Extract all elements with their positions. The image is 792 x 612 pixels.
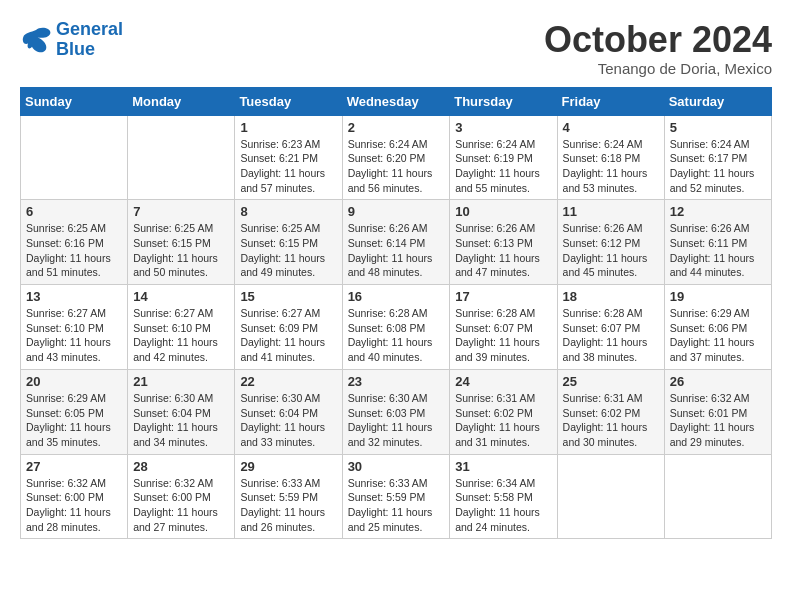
day-number: 4 [563, 120, 659, 135]
day-number: 27 [26, 459, 122, 474]
day-number: 18 [563, 289, 659, 304]
day-number: 16 [348, 289, 445, 304]
day-number: 30 [348, 459, 445, 474]
location-subtitle: Tenango de Doria, Mexico [544, 60, 772, 77]
calendar-cell: 8Sunrise: 6:25 AM Sunset: 6:15 PM Daylig… [235, 200, 342, 285]
calendar-cell: 20Sunrise: 6:29 AM Sunset: 6:05 PM Dayli… [21, 369, 128, 454]
day-number: 10 [455, 204, 551, 219]
day-number: 1 [240, 120, 336, 135]
day-info: Sunrise: 6:28 AM Sunset: 6:07 PM Dayligh… [455, 306, 551, 365]
calendar-cell: 5Sunrise: 6:24 AM Sunset: 6:17 PM Daylig… [664, 115, 771, 200]
day-info: Sunrise: 6:24 AM Sunset: 6:19 PM Dayligh… [455, 137, 551, 196]
calendar-cell: 31Sunrise: 6:34 AM Sunset: 5:58 PM Dayli… [450, 454, 557, 539]
day-number: 31 [455, 459, 551, 474]
calendar-cell: 23Sunrise: 6:30 AM Sunset: 6:03 PM Dayli… [342, 369, 450, 454]
logo: General Blue [20, 20, 123, 60]
day-number: 25 [563, 374, 659, 389]
calendar-table: SundayMondayTuesdayWednesdayThursdayFrid… [20, 87, 772, 540]
calendar-cell: 7Sunrise: 6:25 AM Sunset: 6:15 PM Daylig… [128, 200, 235, 285]
day-header-saturday: Saturday [664, 87, 771, 115]
calendar-cell: 6Sunrise: 6:25 AM Sunset: 6:16 PM Daylig… [21, 200, 128, 285]
day-number: 19 [670, 289, 766, 304]
logo-icon [20, 26, 52, 54]
calendar-cell: 14Sunrise: 6:27 AM Sunset: 6:10 PM Dayli… [128, 285, 235, 370]
day-info: Sunrise: 6:25 AM Sunset: 6:15 PM Dayligh… [240, 221, 336, 280]
day-info: Sunrise: 6:25 AM Sunset: 6:15 PM Dayligh… [133, 221, 229, 280]
day-info: Sunrise: 6:30 AM Sunset: 6:04 PM Dayligh… [133, 391, 229, 450]
day-header-monday: Monday [128, 87, 235, 115]
calendar-cell: 28Sunrise: 6:32 AM Sunset: 6:00 PM Dayli… [128, 454, 235, 539]
day-info: Sunrise: 6:26 AM Sunset: 6:11 PM Dayligh… [670, 221, 766, 280]
day-info: Sunrise: 6:29 AM Sunset: 6:06 PM Dayligh… [670, 306, 766, 365]
logo-text: General Blue [56, 20, 123, 60]
calendar-cell [128, 115, 235, 200]
day-number: 8 [240, 204, 336, 219]
day-info: Sunrise: 6:27 AM Sunset: 6:10 PM Dayligh… [26, 306, 122, 365]
day-info: Sunrise: 6:27 AM Sunset: 6:10 PM Dayligh… [133, 306, 229, 365]
day-number: 12 [670, 204, 766, 219]
calendar-cell: 27Sunrise: 6:32 AM Sunset: 6:00 PM Dayli… [21, 454, 128, 539]
day-info: Sunrise: 6:30 AM Sunset: 6:03 PM Dayligh… [348, 391, 445, 450]
day-info: Sunrise: 6:32 AM Sunset: 6:00 PM Dayligh… [133, 476, 229, 535]
calendar-cell [557, 454, 664, 539]
calendar-cell: 2Sunrise: 6:24 AM Sunset: 6:20 PM Daylig… [342, 115, 450, 200]
day-number: 7 [133, 204, 229, 219]
day-info: Sunrise: 6:23 AM Sunset: 6:21 PM Dayligh… [240, 137, 336, 196]
calendar-cell: 4Sunrise: 6:24 AM Sunset: 6:18 PM Daylig… [557, 115, 664, 200]
day-number: 28 [133, 459, 229, 474]
day-info: Sunrise: 6:24 AM Sunset: 6:18 PM Dayligh… [563, 137, 659, 196]
day-info: Sunrise: 6:31 AM Sunset: 6:02 PM Dayligh… [455, 391, 551, 450]
day-number: 15 [240, 289, 336, 304]
calendar-week-3: 13Sunrise: 6:27 AM Sunset: 6:10 PM Dayli… [21, 285, 772, 370]
calendar-week-2: 6Sunrise: 6:25 AM Sunset: 6:16 PM Daylig… [21, 200, 772, 285]
day-info: Sunrise: 6:34 AM Sunset: 5:58 PM Dayligh… [455, 476, 551, 535]
calendar-week-1: 1Sunrise: 6:23 AM Sunset: 6:21 PM Daylig… [21, 115, 772, 200]
day-info: Sunrise: 6:25 AM Sunset: 6:16 PM Dayligh… [26, 221, 122, 280]
day-header-wednesday: Wednesday [342, 87, 450, 115]
calendar-cell: 12Sunrise: 6:26 AM Sunset: 6:11 PM Dayli… [664, 200, 771, 285]
day-number: 3 [455, 120, 551, 135]
calendar-header-row: SundayMondayTuesdayWednesdayThursdayFrid… [21, 87, 772, 115]
day-info: Sunrise: 6:24 AM Sunset: 6:20 PM Dayligh… [348, 137, 445, 196]
day-header-thursday: Thursday [450, 87, 557, 115]
day-number: 11 [563, 204, 659, 219]
calendar-cell: 3Sunrise: 6:24 AM Sunset: 6:19 PM Daylig… [450, 115, 557, 200]
calendar-cell: 11Sunrise: 6:26 AM Sunset: 6:12 PM Dayli… [557, 200, 664, 285]
day-header-sunday: Sunday [21, 87, 128, 115]
calendar-cell: 25Sunrise: 6:31 AM Sunset: 6:02 PM Dayli… [557, 369, 664, 454]
calendar-cell: 19Sunrise: 6:29 AM Sunset: 6:06 PM Dayli… [664, 285, 771, 370]
calendar-week-4: 20Sunrise: 6:29 AM Sunset: 6:05 PM Dayli… [21, 369, 772, 454]
calendar-cell: 26Sunrise: 6:32 AM Sunset: 6:01 PM Dayli… [664, 369, 771, 454]
calendar-cell: 15Sunrise: 6:27 AM Sunset: 6:09 PM Dayli… [235, 285, 342, 370]
calendar-cell: 18Sunrise: 6:28 AM Sunset: 6:07 PM Dayli… [557, 285, 664, 370]
day-number: 20 [26, 374, 122, 389]
page-header: General Blue October 2024 Tenango de Dor… [20, 20, 772, 77]
day-info: Sunrise: 6:27 AM Sunset: 6:09 PM Dayligh… [240, 306, 336, 365]
day-number: 26 [670, 374, 766, 389]
day-info: Sunrise: 6:33 AM Sunset: 5:59 PM Dayligh… [348, 476, 445, 535]
day-info: Sunrise: 6:33 AM Sunset: 5:59 PM Dayligh… [240, 476, 336, 535]
calendar-cell [664, 454, 771, 539]
day-number: 17 [455, 289, 551, 304]
day-info: Sunrise: 6:28 AM Sunset: 6:07 PM Dayligh… [563, 306, 659, 365]
day-info: Sunrise: 6:24 AM Sunset: 6:17 PM Dayligh… [670, 137, 766, 196]
day-info: Sunrise: 6:30 AM Sunset: 6:04 PM Dayligh… [240, 391, 336, 450]
calendar-cell: 30Sunrise: 6:33 AM Sunset: 5:59 PM Dayli… [342, 454, 450, 539]
day-number: 23 [348, 374, 445, 389]
day-number: 9 [348, 204, 445, 219]
day-info: Sunrise: 6:26 AM Sunset: 6:13 PM Dayligh… [455, 221, 551, 280]
calendar-cell: 10Sunrise: 6:26 AM Sunset: 6:13 PM Dayli… [450, 200, 557, 285]
day-number: 24 [455, 374, 551, 389]
day-number: 14 [133, 289, 229, 304]
calendar-cell: 29Sunrise: 6:33 AM Sunset: 5:59 PM Dayli… [235, 454, 342, 539]
day-info: Sunrise: 6:31 AM Sunset: 6:02 PM Dayligh… [563, 391, 659, 450]
calendar-cell: 21Sunrise: 6:30 AM Sunset: 6:04 PM Dayli… [128, 369, 235, 454]
day-info: Sunrise: 6:32 AM Sunset: 6:00 PM Dayligh… [26, 476, 122, 535]
day-header-tuesday: Tuesday [235, 87, 342, 115]
title-block: October 2024 Tenango de Doria, Mexico [544, 20, 772, 77]
day-number: 5 [670, 120, 766, 135]
calendar-cell: 17Sunrise: 6:28 AM Sunset: 6:07 PM Dayli… [450, 285, 557, 370]
day-info: Sunrise: 6:29 AM Sunset: 6:05 PM Dayligh… [26, 391, 122, 450]
day-number: 22 [240, 374, 336, 389]
calendar-cell: 22Sunrise: 6:30 AM Sunset: 6:04 PM Dayli… [235, 369, 342, 454]
